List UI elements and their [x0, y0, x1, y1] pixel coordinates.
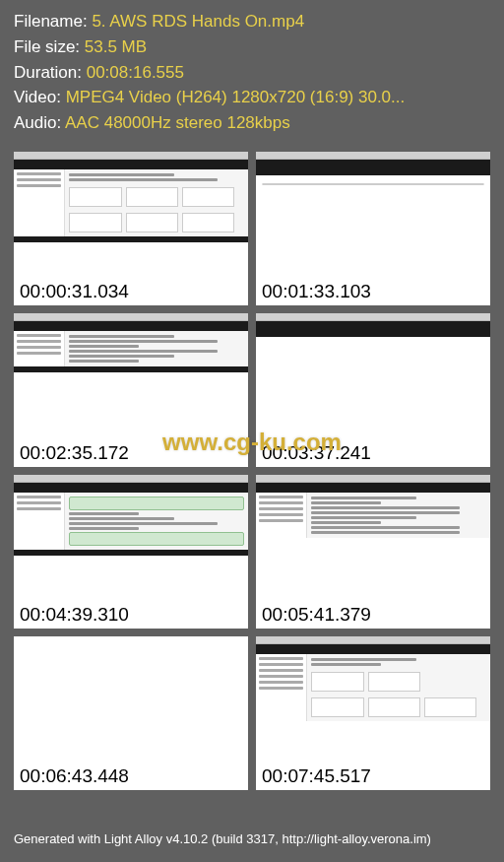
filename-row: Filename: 5. AWS RDS Hands On.mp4: [14, 10, 490, 33]
duration-value: 00:08:16.555: [87, 63, 184, 82]
thumbnail-timestamp: 00:00:31.034: [14, 278, 248, 305]
thumbnail-timestamp: 00:01:33.103: [256, 278, 490, 305]
filename-label: Filename:: [14, 12, 92, 31]
thumbnail-timestamp: 00:06:43.448: [14, 763, 248, 790]
thumbnail-image: [256, 636, 490, 763]
thumbnail-6[interactable]: 00:05:41.379: [256, 475, 490, 629]
video-label: Video:: [14, 88, 66, 106]
audio-value: AAC 48000Hz stereo 128kbps: [65, 113, 290, 132]
thumbnail-3[interactable]: 00:02:35.172: [14, 313, 248, 467]
thumbnail-7[interactable]: 00:06:43.448: [14, 636, 248, 790]
thumbnail-8[interactable]: 00:07:45.517: [256, 636, 490, 790]
duration-row: Duration: 00:08:16.555: [14, 61, 490, 85]
thumbnail-image: [256, 152, 490, 278]
thumbnail-grid: 00:00:31.034 00:01:33.103: [0, 147, 504, 795]
thumbnail-image: [14, 313, 248, 439]
thumbnail-timestamp: 00:04:39.310: [14, 601, 248, 629]
filesize-value: 53.5 MB: [85, 37, 147, 56]
thumbnail-2[interactable]: 00:01:33.103: [256, 152, 490, 305]
thumbnail-timestamp: 00:02:35.172: [14, 439, 248, 467]
thumbnail-1[interactable]: 00:00:31.034: [14, 152, 248, 305]
audio-label: Audio:: [14, 113, 65, 132]
filesize-label: File size:: [14, 37, 85, 56]
thumbnail-5[interactable]: 00:04:39.310: [14, 475, 248, 629]
filename-value: 5. AWS RDS Hands On.mp4: [92, 12, 304, 31]
video-value: MPEG4 Video (H264) 1280x720 (16:9) 30.0.…: [66, 88, 406, 106]
thumbnail-timestamp: 00:05:41.379: [256, 601, 490, 629]
thumbnail-image: [256, 475, 490, 601]
thumbnail-image: [256, 313, 490, 439]
footer-text: Generated with Light Alloy v4.10.2 (buil…: [0, 824, 445, 854]
thumbnail-4[interactable]: 00:03:37.241: [256, 313, 490, 467]
thumbnail-timestamp: 00:07:45.517: [256, 763, 490, 790]
thumbnail-image: [14, 152, 248, 278]
filesize-row: File size: 53.5 MB: [14, 35, 490, 59]
media-info-panel: Filename: 5. AWS RDS Hands On.mp4 File s…: [0, 0, 504, 147]
thumbnail-image: [14, 475, 248, 601]
thumbnail-image: [14, 636, 248, 763]
video-row: Video: MPEG4 Video (H264) 1280x720 (16:9…: [14, 86, 490, 109]
thumbnail-timestamp: 00:03:37.241: [256, 439, 490, 467]
audio-row: Audio: AAC 48000Hz stereo 128kbps: [14, 111, 490, 135]
duration-label: Duration:: [14, 63, 87, 82]
